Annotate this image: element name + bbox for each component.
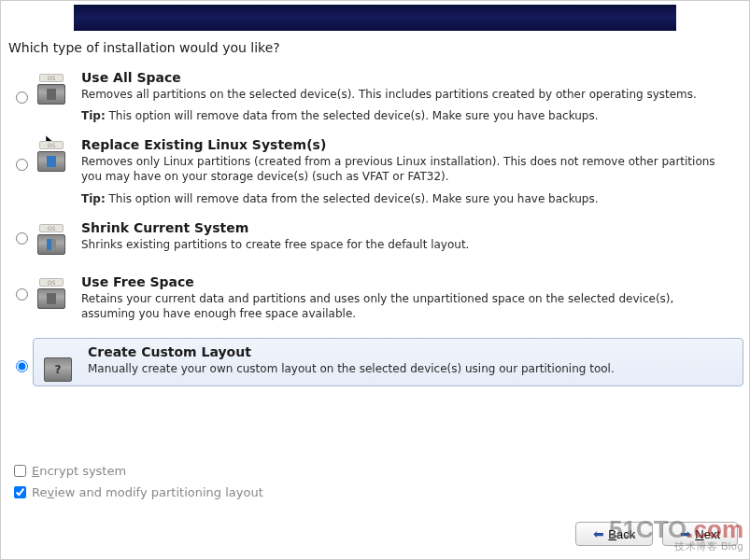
option-custom-layout[interactable]: ? Create Custom Layout Manually create y… xyxy=(33,338,743,386)
option-desc: Retains your current data and partitions… xyxy=(81,291,730,321)
option-title: Shrink Current System xyxy=(81,220,730,235)
arrow-left-icon: ⬅ xyxy=(593,526,604,541)
option-tip: Tip: This option will remove data from t… xyxy=(81,109,730,122)
arrow-right-icon: ➡ xyxy=(680,526,691,541)
option-title: Create Custom Layout xyxy=(88,344,729,359)
radio-use-all-space[interactable] xyxy=(16,91,28,104)
option-tip: Tip: This option will remove data from t… xyxy=(81,192,730,205)
review-label: Review and modify partitioning layout xyxy=(32,485,263,499)
disk-icon: OS xyxy=(33,273,70,310)
option-desc: Manually create your own custom layout o… xyxy=(88,361,729,376)
encrypt-label: Encrypt system xyxy=(32,464,126,478)
radio-shrink-system[interactable] xyxy=(16,232,28,245)
radio-custom-layout[interactable] xyxy=(16,360,28,372)
option-title: Use All Space xyxy=(81,70,730,85)
prompt-text: Which type of installation would you lik… xyxy=(8,40,749,55)
option-title: Replace Existing Linux System(s) xyxy=(81,137,730,152)
review-layout-row[interactable]: Review and modify partitioning layout xyxy=(10,483,263,501)
back-label: Back xyxy=(608,527,635,541)
option-replace-linux[interactable]: OS Replace Existing Linux System(s) Remo… xyxy=(8,132,743,208)
checkbox-group: Encrypt system Review and modify partiti… xyxy=(10,462,263,505)
back-button[interactable]: ⬅ Back xyxy=(575,522,653,546)
radio-replace-linux[interactable] xyxy=(16,159,28,171)
review-checkbox[interactable] xyxy=(14,486,26,498)
option-desc: Removes all partitions on the selected d… xyxy=(81,87,730,102)
option-title: Use Free Space xyxy=(81,274,730,289)
radio-use-free-space[interactable] xyxy=(16,288,28,301)
next-button[interactable]: ➡ Next xyxy=(662,522,738,546)
option-use-free-space[interactable]: OS Use Free Space Retains your current d… xyxy=(8,269,743,332)
unknown-icon: ? xyxy=(39,343,77,382)
option-desc: Removes only Linux partitions (created f… xyxy=(81,154,730,184)
header-banner xyxy=(74,5,676,31)
option-desc: Shrinks existing partitions to create fr… xyxy=(81,237,730,252)
installation-options: OS Use All Space Removes all partitions … xyxy=(1,64,749,392)
encrypt-system-row[interactable]: Encrypt system xyxy=(10,462,263,480)
next-label: Next xyxy=(695,527,720,541)
nav-buttons: ⬅ Back ➡ Next xyxy=(575,522,738,546)
encrypt-checkbox[interactable] xyxy=(14,465,26,477)
disk-icon: OS xyxy=(33,135,70,173)
disk-icon: OS xyxy=(33,68,70,105)
option-use-all-space[interactable]: OS Use All Space Removes all partitions … xyxy=(8,64,743,126)
option-shrink-system[interactable]: OS Shrink Current System Shrinks existin… xyxy=(8,215,743,263)
disk-icon: OS xyxy=(33,218,70,256)
